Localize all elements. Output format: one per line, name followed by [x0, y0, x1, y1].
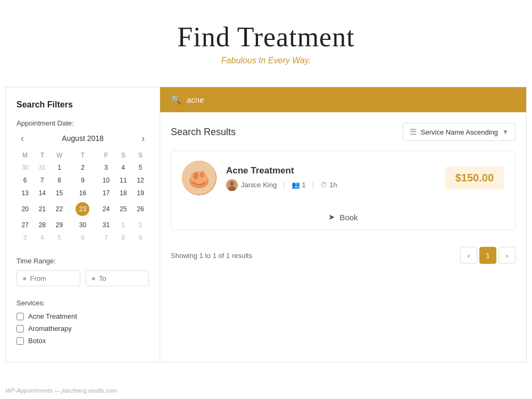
showing-text: Showing 1 to 1 of 1 results — [171, 252, 252, 260]
calendar-day[interactable]: 4 — [34, 231, 51, 244]
service-checkbox-item[interactable]: Aromatherapy — [16, 325, 149, 332]
calendar-day[interactable]: 22 — [51, 200, 68, 219]
calendar-day[interactable]: 12 — [132, 174, 149, 187]
calendar-day[interactable]: 1 — [51, 161, 68, 174]
service-checkbox-label: Acne Treatment — [28, 312, 77, 320]
book-label: Book — [339, 213, 358, 222]
result-card: Acne Treatment — [171, 151, 516, 230]
calendar-day[interactable]: 3 — [97, 161, 114, 174]
sort-icon: ☰ — [410, 127, 417, 137]
calendar-next-button[interactable]: › — [137, 132, 149, 144]
calendar-day[interactable]: 28 — [34, 219, 51, 231]
service-info: Acne Treatment — [226, 165, 435, 191]
svg-point-4 — [200, 171, 204, 178]
calendar-day[interactable]: 24 — [97, 200, 114, 219]
calendar-day[interactable]: 7 — [97, 231, 114, 244]
calendar-day[interactable]: 5 — [132, 161, 149, 174]
calendar-day[interactable]: 3 — [16, 231, 34, 244]
calendar-day[interactable]: 2 — [68, 161, 98, 174]
spots-meta: 👥 1 — [292, 181, 306, 189]
pagination-area: Showing 1 to 1 of 1 results ‹ 1 › — [160, 238, 526, 275]
calendar-day[interactable]: 30 — [68, 219, 98, 231]
page-title: Find Treatment — [11, 21, 521, 53]
calendar-day[interactable]: 1 — [115, 219, 132, 231]
page-header: Find Treatment Fabulous In Every Way. — [0, 0, 532, 76]
calendar-day[interactable]: 7 — [34, 174, 51, 187]
calendar-day[interactable]: 21 — [34, 200, 51, 219]
calendar-day[interactable]: 30 — [16, 161, 34, 174]
calendar-grid: M T W T F S S 30311234567891011121314151… — [16, 149, 149, 244]
sort-label: Service Name Ascending — [421, 128, 498, 136]
clock-icon-from: ● — [22, 274, 27, 282]
calendar-day[interactable]: 4 — [115, 161, 132, 174]
calendar-day[interactable]: 5 — [51, 231, 68, 244]
service-checkbox-item[interactable]: Botox — [16, 337, 149, 345]
search-input[interactable] — [187, 95, 516, 104]
calendar-day[interactable]: 9 — [68, 174, 98, 187]
calendar-day[interactable]: 29 — [51, 219, 68, 231]
calendar-prev-button[interactable]: ‹ — [16, 132, 28, 144]
book-chevron-icon: ➤ — [328, 212, 335, 222]
pagination-next-button[interactable]: › — [498, 247, 516, 264]
calendar-day[interactable]: 31 — [34, 161, 51, 174]
time-range-filter: Time Range: ● ● — [16, 257, 149, 286]
results-area: Search Results ☰ Service Name Ascending … — [160, 112, 526, 238]
calendar-day[interactable]: 11 — [115, 174, 132, 187]
time-to-wrap: ● — [86, 270, 149, 286]
sidebar: Search Filters Appointment Date: ‹ Augus… — [6, 87, 160, 362]
search-bar: 🔍 — [160, 87, 526, 112]
service-checkbox-1[interactable] — [16, 325, 24, 332]
dow-thu: T — [68, 149, 98, 161]
calendar-day[interactable]: 10 — [97, 174, 114, 187]
svg-point-6 — [230, 181, 234, 186]
service-image — [182, 161, 217, 195]
calendar-day[interactable]: 18 — [115, 187, 132, 200]
provider-avatar — [226, 179, 238, 191]
calendar-header: ‹ August 2018 › — [16, 132, 149, 144]
dow-sat: S — [115, 149, 132, 161]
service-checkbox-0[interactable] — [16, 313, 24, 320]
search-icon: 🔍 — [171, 95, 181, 105]
calendar-day[interactable]: 16 — [68, 187, 98, 200]
results-title: Search Results — [171, 127, 236, 138]
calendar-day[interactable]: 26 — [132, 200, 149, 219]
calendar-day[interactable]: 6 — [68, 231, 98, 244]
appointment-date-filter: Appointment Date: ‹ August 2018 › M T W … — [16, 119, 149, 244]
sidebar-title: Search Filters — [16, 100, 149, 110]
calendar-month-label: August 2018 — [62, 134, 104, 143]
service-checkbox-2[interactable] — [16, 337, 24, 345]
dow-mon: M — [16, 149, 34, 161]
calendar-day[interactable]: 27 — [16, 219, 34, 231]
book-button[interactable]: ➤ Book — [171, 205, 515, 229]
page-subtitle: Fabulous In Every Way. — [11, 56, 521, 65]
time-from-input[interactable] — [30, 275, 74, 282]
calendar-day[interactable]: 2 — [132, 219, 149, 231]
service-checkbox-item[interactable]: Acne Treatment — [16, 312, 149, 320]
chevron-down-icon: ▼ — [502, 128, 509, 136]
calendar-day[interactable]: 15 — [51, 187, 68, 200]
calendar-day[interactable]: 8 — [51, 174, 68, 187]
services-label: Services: — [16, 299, 149, 307]
time-from-wrap: ● — [16, 270, 80, 286]
calendar-day[interactable]: 31 — [97, 219, 114, 231]
meta-separator-1: | — [283, 181, 285, 189]
calendar-day[interactable]: 14 — [34, 187, 51, 200]
calendar-day[interactable]: 8 — [115, 231, 132, 244]
time-to-input[interactable] — [99, 275, 143, 282]
sort-dropdown-left: ☰ Service Name Ascending — [410, 127, 498, 137]
pagination-page-1[interactable]: 1 — [479, 247, 496, 264]
dow-sun: S — [132, 149, 149, 161]
calendar-day[interactable]: 13 — [16, 187, 34, 200]
calendar-day[interactable]: 25 — [115, 200, 132, 219]
calendar-day[interactable]: 19 — [132, 187, 149, 200]
service-checkbox-label: Aromatherapy — [28, 325, 72, 332]
sort-dropdown[interactable]: ☰ Service Name Ascending ▼ — [403, 123, 516, 141]
meta-separator-2: | — [312, 181, 314, 189]
calendar-day[interactable]: 9 — [132, 231, 149, 244]
calendar-day[interactable]: 23 — [68, 200, 98, 219]
pagination-prev-button[interactable]: ‹ — [460, 247, 477, 264]
calendar-day[interactable]: 6 — [16, 174, 34, 187]
main-layout: Search Filters Appointment Date: ‹ Augus… — [5, 87, 527, 362]
calendar-day[interactable]: 20 — [16, 200, 34, 219]
calendar-day[interactable]: 17 — [97, 187, 114, 200]
